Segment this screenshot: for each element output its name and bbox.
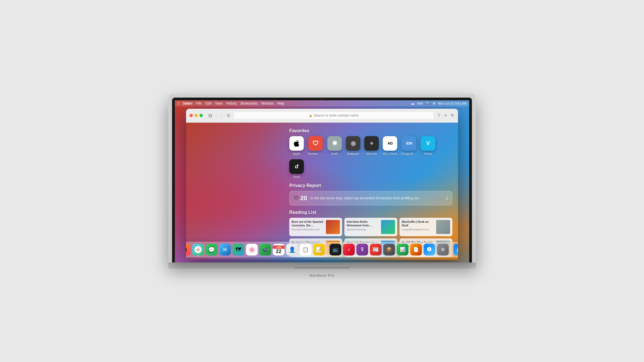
favorite-vimeo[interactable]: V Vimeo [421,136,435,155]
reading-card-2-url: macguffinmagazine.com [402,228,434,231]
dock-pages[interactable]: 📄 [410,244,422,255]
favorite-tdm-label: Design Museum [401,152,417,155]
favorites-title: Favorites [289,128,452,133]
reading-card-0-title: Born out of the Spanish recession, the a… [292,220,324,227]
dock-systemprefs[interactable]: ⚙ [437,244,449,255]
new-tab-button[interactable]: + [443,112,448,119]
favorite-monocle[interactable]: ⊖ Monocle [364,136,379,155]
favorites-grid: Apple 🛡 Herman Miller ✱ Kvell [289,136,452,179]
menu-history[interactable]: History [226,101,237,105]
dock-contacts[interactable]: 👤 [286,244,298,255]
favorite-wallpaper[interactable]: ◉ Wallpaper [346,136,360,155]
dock-maps[interactable]: 🗺 [232,244,244,255]
reading-card-2-title: MacGuffin | Desk on Desk [402,220,434,227]
favorite-wallpaper-label: Wallpaper [347,152,359,155]
url-placeholder: Search or enter website name [314,113,359,117]
dock-mail[interactable]: ✉ [219,244,231,255]
privacy-number: 20 [300,195,307,202]
dock-divider-1 [327,245,327,255]
dock-podcasts[interactable]: 🎙 [356,244,368,255]
menu-help[interactable]: Help [277,101,284,105]
favorite-dwell[interactable]: d Dwell [289,159,304,179]
dock-calendar[interactable]: JUN 22 [273,244,285,255]
apple-menu-icon[interactable]:  [178,101,179,105]
reading-card-1-title: Interview Armin Heinemann from Paula... [347,220,379,227]
reading-card-0-url: freundevonfreunden.com [292,228,324,231]
tab-overview-button[interactable]: ⧉ [450,112,455,119]
minimize-button[interactable] [194,114,198,117]
menu-window[interactable]: Window [261,101,273,105]
menu-bar:  Safari File Edit View History Bookmark… [175,100,469,107]
favorite-herman[interactable]: 🛡 Herman Miller [308,136,323,155]
macbook-foot [294,267,350,269]
reading-card-0[interactable]: Born out of the Spanish recession, the a… [289,218,342,236]
dock-notes[interactable]: 📝 [313,244,325,255]
menu-safari[interactable]: Safari [183,101,192,105]
privacy-card[interactable]: 🛡 20 In the last seven days Safari has p… [289,191,452,205]
reading-card-0-thumb [326,220,340,234]
favorite-tdm[interactable]: tDM Design Museum [401,136,417,155]
favorite-monocle-label: Monocle [366,152,377,155]
dock-facetime[interactable]: 📹 [259,244,271,255]
maximize-button[interactable] [199,114,203,117]
dock-music[interactable]: ♪ [343,244,355,255]
datetime: Mon Jun 22 9:41 AM [438,102,466,105]
dock: 🔵 ⊞ 💬 ✉ 🗺 🌸 📹 [186,242,458,257]
dock-safari[interactable] [192,244,204,255]
dock-transporter[interactable]: 📦 [383,244,395,255]
privacy-title: Privacy Report [289,183,452,188]
safari-window: ⊟ ‹ › ☰ 🔒 Search or enter website name ⇧ [186,109,458,260]
reading-card-2-thumb [436,220,450,234]
macbook-label: MacBook Pro [309,273,334,278]
macos-screen:  Safari File Edit View History Bookmark… [175,100,469,262]
reader-icon[interactable]: ☰ [226,112,231,119]
favorite-kvell[interactable]: ✱ Kvell [327,136,342,155]
dock-news[interactable]: 📰 [370,244,382,255]
sidebar-toggle-icon[interactable]: ⊟ [207,112,213,119]
dock-numbers[interactable]: 📊 [397,244,408,255]
menu-view[interactable]: View [215,101,222,105]
macbook-container:  Safari File Edit View History Bookmark… [168,94,476,269]
nav-icons: ‹ › [215,112,224,119]
menu-bookmarks[interactable]: Bookmarks [241,101,257,105]
reading-card-2[interactable]: MacGuffin | Desk on Desk macguffinmagazi… [399,218,452,236]
search-menu-icon[interactable]: 🔍 [426,101,430,105]
control-center-icon[interactable]: ⊞ [433,101,435,105]
reading-card-1-url: apartamentomag... [347,228,379,231]
dock-launchpad[interactable]: ⊞ [186,244,191,255]
dock-appstore[interactable]: 🅐 [424,244,435,255]
favorite-apple-label: Apple [293,152,300,155]
wifi-icon: WiFi [417,102,423,105]
favorite-apple[interactable]: Apple [289,136,304,155]
favorite-herman-label: Herman Miller [308,152,323,155]
forward-button[interactable]: › [220,112,223,119]
privacy-section: Privacy Report 🛡 20 In the last seven da… [289,183,452,205]
close-button[interactable] [189,114,193,117]
favorites-section: Favorites Apple 🛡 [289,128,452,179]
url-bar[interactable]: 🔒 Search or enter website name [234,112,434,119]
macbook-body:  Safari File Edit View History Bookmark… [168,94,476,262]
reading-card-1[interactable]: Interview Armin Heinemann from Paula... … [344,218,397,236]
dock-files[interactable]: 📁 [453,244,458,255]
dock-photos[interactable]: 🌸 [246,244,258,255]
privacy-count-area: 🛡 20 [294,195,307,202]
favorite-ad-label: AD | Clever [383,152,397,155]
screen-bezel:  Safari File Edit View History Bookmark… [172,98,472,262]
share-button[interactable]: ⇧ [436,112,442,119]
reading-card-1-thumb [381,220,395,234]
menu-edit[interactable]: Edit [205,101,211,105]
dock-divider-2 [451,245,451,255]
dock-appletv[interactable]: 📺 [330,244,341,255]
battery-icon: ▬ [411,102,414,105]
menu-file[interactable]: File [196,101,201,105]
lock-icon: 🔒 [309,114,312,117]
safari-toolbar: ⊟ ‹ › ☰ 🔒 Search or enter website name ⇧ [186,109,458,123]
favorite-ad[interactable]: AD AD | Clever [383,136,397,155]
dock-reminders[interactable]: 📋 [300,244,311,255]
window-controls [189,114,203,117]
back-button[interactable]: ‹ [215,112,219,119]
privacy-info-icon[interactable]: ℹ [446,196,448,200]
dock-messages[interactable]: 💬 [206,244,217,255]
reading-list-title: Reading List [289,210,452,215]
newtab-content: Favorites Apple 🛡 [289,128,452,254]
